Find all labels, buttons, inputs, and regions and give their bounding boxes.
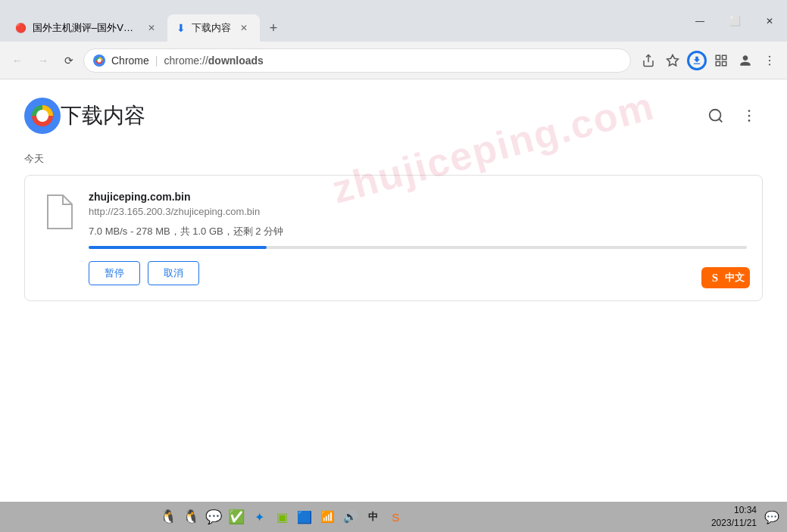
taskbar-icon-qq1[interactable]: 🐧 bbox=[159, 508, 177, 526]
svg-rect-4 bbox=[716, 55, 720, 59]
profile-button[interactable] bbox=[734, 49, 757, 72]
minimize-button[interactable]: — bbox=[682, 8, 717, 35]
svg-rect-6 bbox=[723, 61, 726, 65]
address-input[interactable]: Chrome | chrome://downloads bbox=[83, 48, 631, 73]
progress-bar-container bbox=[89, 246, 747, 249]
page-content: 下载内容 zhujiceping.com 今天 zhujiceping.com.… bbox=[0, 79, 787, 502]
taskbar-clock: 10:34 2023/11/21 bbox=[711, 504, 757, 530]
sogou-text: 中文 bbox=[725, 271, 745, 285]
sogou-badge: S 中文 bbox=[701, 267, 750, 288]
pause-button[interactable]: 暂停 bbox=[89, 261, 140, 285]
menu-button[interactable] bbox=[758, 49, 781, 72]
tab-2[interactable]: ⬇ 下载内容 ✕ bbox=[167, 14, 260, 42]
svg-marker-3 bbox=[667, 54, 679, 65]
svg-point-15 bbox=[748, 110, 751, 112]
taskbar-icon-sogou[interactable]: S bbox=[386, 508, 404, 526]
download-circle-icon bbox=[687, 51, 707, 70]
download-speed: 7.0 MB/s - 278 MB，共 1.0 GB，还剩 2 分钟 bbox=[89, 225, 747, 238]
search-button[interactable] bbox=[702, 102, 729, 129]
taskbar: 🐧 🐧 💬 ✅ ✦ ▣ 🟦 📶 🔊 中 S 10:34 2023/11/21 💬 bbox=[0, 502, 787, 532]
forward-button[interactable]: → bbox=[32, 49, 55, 72]
svg-point-9 bbox=[769, 59, 770, 61]
tab2-favicon: ⬇ bbox=[176, 22, 186, 34]
svg-line-14 bbox=[719, 119, 722, 122]
svg-rect-7 bbox=[716, 61, 720, 65]
share-button[interactable] bbox=[637, 49, 660, 72]
file-icon bbox=[40, 191, 77, 233]
taskbar-icon-app[interactable]: 🟦 bbox=[295, 508, 314, 526]
tab1-favicon: 🔴 bbox=[15, 23, 27, 33]
new-tab-button[interactable]: + bbox=[263, 17, 284, 39]
svg-point-17 bbox=[748, 120, 751, 122]
taskbar-icon-check[interactable]: ✅ bbox=[227, 508, 245, 526]
tab1-close-button[interactable]: ✕ bbox=[145, 21, 158, 35]
more-options-button[interactable] bbox=[735, 102, 763, 129]
taskbar-icons: 🐧 🐧 💬 ✅ ✦ ▣ 🟦 📶 🔊 中 S bbox=[159, 508, 404, 526]
chrome-icon-small bbox=[93, 54, 105, 67]
svg-point-12 bbox=[36, 110, 48, 122]
svg-point-10 bbox=[769, 64, 770, 65]
taskbar-icon-nvidia[interactable]: ▣ bbox=[273, 508, 291, 526]
addressbar: ← → ⟳ Chrome | chrome://downloads bbox=[0, 42, 787, 79]
download-details: zhujiceping.com.bin http://23.165.200.3/… bbox=[89, 191, 747, 285]
page-title: 下载内容 bbox=[61, 101, 145, 130]
page-header-actions bbox=[702, 102, 763, 129]
download-item: zhujiceping.com.bin http://23.165.200.3/… bbox=[24, 175, 763, 301]
taskbar-icon-network[interactable]: 📶 bbox=[318, 508, 336, 526]
address-chrome-label: Chrome bbox=[111, 54, 149, 67]
restore-button[interactable]: ⬜ bbox=[717, 8, 752, 35]
svg-point-16 bbox=[748, 115, 751, 117]
chrome-logo-large bbox=[24, 98, 61, 134]
reload-button[interactable]: ⟳ bbox=[58, 49, 80, 72]
taskbar-time-display: 10:34 bbox=[711, 504, 757, 517]
section-today-label: 今天 bbox=[24, 152, 763, 166]
extensions-button[interactable] bbox=[710, 49, 732, 72]
tab1-label: 国外主机测评–国外VPS， bbox=[33, 21, 139, 35]
page-header: 下载内容 bbox=[24, 98, 763, 134]
tab-1[interactable]: 🔴 国外主机测评–国外VPS， ✕ bbox=[6, 14, 167, 42]
tab2-close-button[interactable]: ✕ bbox=[237, 21, 251, 35]
taskbar-notifications-button[interactable]: 💬 bbox=[763, 508, 781, 526]
address-url: chrome://downloads bbox=[164, 54, 263, 67]
titlebar: 🔴 国外主机测评–国外VPS， ✕ ⬇ 下载内容 ✕ + — ⬜ ✕ bbox=[0, 0, 787, 42]
taskbar-date-display: 2023/11/21 bbox=[711, 517, 757, 530]
toolbar-icons bbox=[637, 49, 781, 72]
taskbar-icon-wechat[interactable]: 💬 bbox=[205, 508, 223, 526]
address-separator: | bbox=[155, 54, 158, 67]
download-actions: 暂停 取消 bbox=[89, 261, 747, 285]
close-button[interactable]: ✕ bbox=[752, 8, 787, 35]
bookmark-button[interactable] bbox=[661, 49, 684, 72]
downloads-button[interactable] bbox=[686, 49, 708, 72]
svg-point-8 bbox=[769, 55, 770, 57]
taskbar-icon-bluetooth[interactable]: ✦ bbox=[250, 508, 268, 526]
download-url: http://23.165.200.3/zhujiceping.com.bin bbox=[89, 206, 747, 217]
progress-bar-fill bbox=[89, 246, 267, 249]
cancel-button[interactable]: 取消 bbox=[148, 261, 199, 285]
taskbar-icon-qq2[interactable]: 🐧 bbox=[182, 508, 200, 526]
back-button[interactable]: ← bbox=[6, 49, 29, 72]
tab2-label: 下载内容 bbox=[192, 21, 231, 35]
svg-point-1 bbox=[98, 58, 101, 62]
download-filename: zhujiceping.com.bin bbox=[89, 191, 747, 203]
svg-point-13 bbox=[710, 110, 721, 121]
svg-rect-5 bbox=[723, 55, 726, 59]
window-controls: — ⬜ ✕ bbox=[682, 0, 787, 42]
taskbar-icon-volume[interactable]: 🔊 bbox=[341, 508, 359, 526]
taskbar-icon-input[interactable]: 中 bbox=[364, 508, 382, 526]
sogou-s-icon: S bbox=[707, 269, 723, 286]
